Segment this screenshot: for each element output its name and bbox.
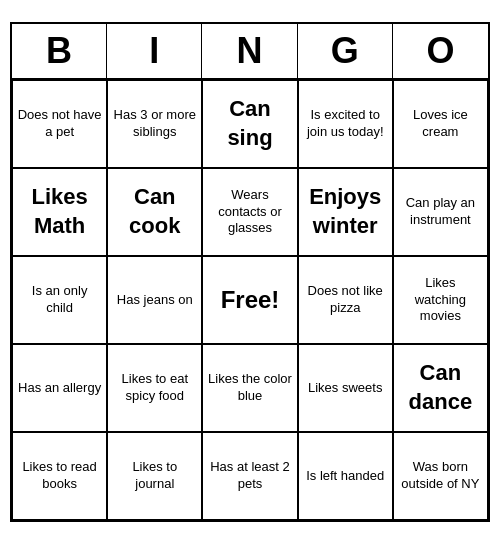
header-letter-N: N bbox=[202, 24, 297, 78]
bingo-cell-5[interactable]: Likes Math bbox=[12, 168, 107, 256]
bingo-cell-15[interactable]: Has an allergy bbox=[12, 344, 107, 432]
bingo-cell-9[interactable]: Can play an instrument bbox=[393, 168, 488, 256]
bingo-cell-4[interactable]: Loves ice cream bbox=[393, 80, 488, 168]
header-letter-I: I bbox=[107, 24, 202, 78]
bingo-cell-21[interactable]: Likes to journal bbox=[107, 432, 202, 520]
bingo-cell-0[interactable]: Does not have a pet bbox=[12, 80, 107, 168]
bingo-grid: Does not have a petHas 3 or more sibling… bbox=[12, 80, 488, 520]
bingo-header: BINGO bbox=[12, 24, 488, 80]
bingo-cell-2[interactable]: Can sing bbox=[202, 80, 297, 168]
bingo-cell-18[interactable]: Likes sweets bbox=[298, 344, 393, 432]
bingo-cell-23[interactable]: Is left handed bbox=[298, 432, 393, 520]
bingo-cell-13[interactable]: Does not like pizza bbox=[298, 256, 393, 344]
header-letter-B: B bbox=[12, 24, 107, 78]
bingo-cell-19[interactable]: Can dance bbox=[393, 344, 488, 432]
bingo-cell-7[interactable]: Wears contacts or glasses bbox=[202, 168, 297, 256]
bingo-cell-11[interactable]: Has jeans on bbox=[107, 256, 202, 344]
bingo-cell-17[interactable]: Likes the color blue bbox=[202, 344, 297, 432]
bingo-cell-3[interactable]: Is excited to join us today! bbox=[298, 80, 393, 168]
bingo-cell-20[interactable]: Likes to read books bbox=[12, 432, 107, 520]
bingo-cell-16[interactable]: Likes to eat spicy food bbox=[107, 344, 202, 432]
bingo-cell-10[interactable]: Is an only child bbox=[12, 256, 107, 344]
header-letter-G: G bbox=[298, 24, 393, 78]
bingo-cell-8[interactable]: Enjoys winter bbox=[298, 168, 393, 256]
bingo-cell-12[interactable]: Free! bbox=[202, 256, 297, 344]
bingo-cell-6[interactable]: Can cook bbox=[107, 168, 202, 256]
bingo-card: BINGO Does not have a petHas 3 or more s… bbox=[10, 22, 490, 522]
bingo-cell-1[interactable]: Has 3 or more siblings bbox=[107, 80, 202, 168]
bingo-cell-22[interactable]: Has at least 2 pets bbox=[202, 432, 297, 520]
header-letter-O: O bbox=[393, 24, 488, 78]
bingo-cell-14[interactable]: Likes watching movies bbox=[393, 256, 488, 344]
bingo-cell-24[interactable]: Was born outside of NY bbox=[393, 432, 488, 520]
